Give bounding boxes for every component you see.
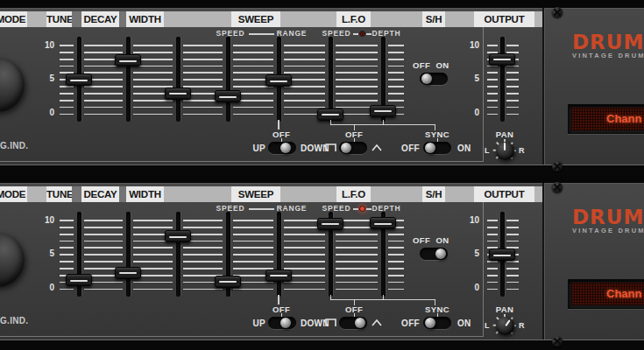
lfo-bracket-line: [383, 120, 385, 125]
lfo-depth-slider-handle[interactable]: [370, 105, 396, 117]
slider-track-output: [500, 37, 505, 122]
output-scale-10: 10: [458, 215, 479, 226]
sweep-bracket-line: [278, 120, 280, 130]
lfo-waveform-knob[interactable]: [341, 143, 351, 153]
sync-on-label: ON: [457, 144, 484, 154]
lfo-waveform-switch[interactable]: [339, 142, 367, 154]
output-slider-handle[interactable]: [489, 248, 515, 261]
scale-5: 5: [33, 248, 54, 259]
panel-seam-highlight: [544, 8, 545, 164]
strip-filler: [119, 186, 126, 202]
sweep-speed-slider-handle[interactable]: [215, 276, 241, 288]
sweep-direction-switch[interactable]: [268, 142, 296, 154]
sh-on-label: ON: [425, 236, 460, 245]
strip-filler: [72, 11, 81, 27]
slider-track-width: [176, 37, 180, 122]
output-slider-handle[interactable]: [489, 53, 515, 66]
channel-display: Chann: [571, 283, 644, 305]
screw-icon: [552, 336, 563, 346]
decay-slider-handle[interactable]: [115, 267, 141, 279]
brand-tagline: VINTAGE DRUM: [572, 52, 644, 60]
drum-unit-2: MODE TUNE DECAY WIDTH SWEEP L.F.O S/H OU…: [0, 175, 644, 350]
strip-label-decay: DECAY: [81, 11, 119, 27]
tick-marks: [336, 45, 378, 115]
tune-slider-handle[interactable]: [66, 274, 92, 286]
lfo-waveform-switch[interactable]: [339, 317, 367, 329]
strip-filler: [27, 11, 46, 27]
strip-label-lfo: L.F.O: [336, 186, 371, 202]
decay-slider-handle[interactable]: [115, 54, 141, 66]
strip-filler: [445, 186, 474, 202]
sweep-range-slider-handle[interactable]: [265, 270, 292, 282]
screw-icon: [552, 161, 563, 172]
sweep-dir-up-label: UP: [239, 144, 265, 154]
strip-label-output: OUTPUT: [474, 186, 534, 202]
sync-switch[interactable]: [423, 142, 451, 154]
sync-switch[interactable]: [423, 317, 451, 329]
triangle-wave-icon: [372, 143, 384, 153]
lfo-bracket-line: [383, 295, 385, 300]
rack-edge-top: [0, 0, 644, 8]
lfo-sub-line: [353, 33, 358, 35]
sync-switch-knob[interactable]: [425, 143, 435, 153]
tick-marks: [183, 45, 223, 115]
sh-switch-knob[interactable]: [435, 248, 446, 259]
output-scale-5: 5: [458, 248, 479, 259]
slider-track-sweep-range: [277, 212, 281, 297]
strip-filler: [119, 11, 126, 27]
lfo-speed-slider-handle[interactable]: [317, 108, 343, 121]
sh-on-label: ON: [425, 61, 460, 70]
scale-5: 5: [33, 74, 54, 84]
panel-seam-highlight: [544, 183, 545, 340]
strip-filler: [27, 186, 46, 202]
strip-label-sweep: SWEEP: [231, 186, 280, 202]
brand-logo: DRUM: [572, 31, 644, 53]
sync-switch-knob[interactable]: [425, 318, 435, 328]
sh-switch-knob[interactable]: [421, 74, 432, 84]
triangle-wave-icon: [372, 318, 384, 328]
sh-switch[interactable]: [420, 73, 448, 85]
pan-r-label: R: [519, 145, 529, 156]
tick-marks: [388, 220, 404, 290]
sweep-speed-slider-handle[interactable]: [215, 90, 241, 102]
pan-knob[interactable]: [493, 139, 516, 162]
strip-filler: [280, 11, 336, 27]
strip-label-sweep: SWEEP: [231, 11, 280, 27]
lfo-bracket-line: [330, 120, 332, 125]
lfo-speed-slider-handle[interactable]: [317, 218, 343, 230]
tune-slider-handle[interactable]: [66, 74, 92, 86]
lfo-bracket-line: [330, 295, 332, 300]
sweep-range-slider-handle[interactable]: [265, 74, 292, 87]
rack-edge-bottom: [0, 164, 644, 175]
channel-display-text: Chann: [606, 287, 641, 300]
strip-label-tune: TUNE: [46, 11, 72, 27]
sync-on-label: ON: [457, 318, 484, 329]
scale-10: 10: [33, 40, 54, 51]
pan-knob[interactable]: [493, 314, 516, 337]
lfo-waveform-knob[interactable]: [355, 318, 365, 328]
strip-label-sh: S/H: [422, 11, 445, 27]
square-wave-icon: [325, 318, 337, 328]
screw-icon: [552, 7, 563, 18]
sweep-bracket-line: [278, 295, 280, 304]
sweep-direction-switch[interactable]: [268, 317, 296, 329]
sync-off-label: OFF: [393, 318, 420, 329]
strip-label-mode: MODE: [0, 11, 27, 27]
width-slider-handle[interactable]: [165, 88, 191, 100]
lfo-depth-label: DEPTH: [360, 204, 413, 213]
lfo-depth-slider-handle[interactable]: [370, 217, 396, 229]
sweep-direction-knob[interactable]: [280, 318, 291, 328]
rack-edge-top: [0, 175, 644, 183]
tick-marks: [336, 220, 378, 290]
manufacturer-text: G.IND.: [0, 316, 28, 326]
screw-icon: [552, 182, 563, 192]
strip-filler: [371, 186, 422, 202]
sweep-direction-knob[interactable]: [280, 143, 291, 153]
sh-switch[interactable]: [420, 248, 448, 260]
width-slider-handle[interactable]: [165, 230, 191, 242]
manufacturer-text: G.IND.: [0, 141, 28, 150]
strip-filler: [72, 186, 81, 202]
strip-label-width: WIDTH: [126, 11, 164, 27]
pan-r-label: R: [519, 320, 529, 331]
square-wave-icon: [325, 143, 337, 153]
